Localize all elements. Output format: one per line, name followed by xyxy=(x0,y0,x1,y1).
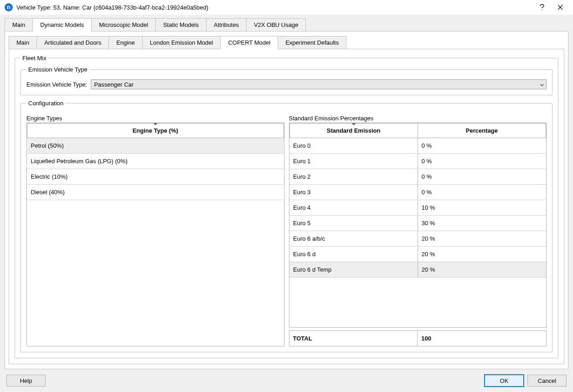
help-button[interactable]: Help xyxy=(6,375,46,387)
subtab-main[interactable]: Main xyxy=(9,36,37,49)
standard-emission-table[interactable]: Standard Emission Percentage Euro 00 %Eu… xyxy=(289,123,547,328)
tab-main[interactable]: Main xyxy=(5,18,33,31)
engine-types-table[interactable]: Engine Type (%) Petrol (50%)Liquefied Pe… xyxy=(26,123,284,346)
subtab-copert-model[interactable]: COPERT Model xyxy=(220,36,278,49)
configuration-legend: Configuration xyxy=(26,100,65,107)
button-bar: Help OK Cancel xyxy=(0,369,573,392)
tab-dynamic-models[interactable]: Dynamic Models xyxy=(32,18,92,31)
sort-caret-icon xyxy=(351,123,356,125)
emission-vehicle-type-group: Emission Vehicle Type Emission Vehicle T… xyxy=(21,66,552,95)
tab-static-models[interactable]: Static Models xyxy=(155,18,206,31)
chevron-down-icon xyxy=(540,81,544,88)
app-icon: n xyxy=(5,3,13,11)
emission-row[interactable]: Euro 530 % xyxy=(289,216,546,231)
fleet-mix-group: Fleet Mix Emission Vehicle Type Emission… xyxy=(15,55,558,358)
subtab-london-emission-model[interactable]: London Emission Model xyxy=(142,36,221,49)
close-icon[interactable] xyxy=(551,1,569,14)
tab-v2x-obu-usage[interactable]: V2X OBU Usage xyxy=(246,18,306,31)
window-title: Vehicle Type: 53, Name: Car {c604a198-73… xyxy=(16,4,533,11)
engine-type-row[interactable]: Electric (10%) xyxy=(27,169,284,185)
emission-row[interactable]: Euro 20 % xyxy=(289,169,546,185)
emission-row[interactable]: Euro 6 d20 % xyxy=(289,247,546,262)
cancel-button[interactable]: Cancel xyxy=(527,375,567,387)
emission-row[interactable]: Euro 410 % xyxy=(289,200,546,216)
evt-dropdown[interactable]: Passenger Car xyxy=(91,79,547,89)
std-emission-header[interactable]: Standard Emission xyxy=(289,124,418,138)
emission-row[interactable]: Euro 6 d Temp20 % xyxy=(289,262,546,278)
engine-types-label: Engine Types xyxy=(26,115,284,122)
ok-button[interactable]: OK xyxy=(485,375,524,387)
subtab-articulated-and-doors[interactable]: Articulated and Doors xyxy=(36,36,109,49)
configuration-group: Configuration Engine Types Engine Type (… xyxy=(21,100,552,352)
subtab-experiment-defaults[interactable]: Experiment Defaults xyxy=(278,36,346,49)
svg-point-0 xyxy=(542,10,542,10)
help-icon[interactable] xyxy=(533,1,551,14)
engine-type-row[interactable]: Diesel (40%) xyxy=(27,185,284,200)
tab-attributes[interactable]: Attributes xyxy=(206,18,247,31)
emission-row[interactable]: Euro 00 % xyxy=(289,138,546,154)
engine-type-header[interactable]: Engine Type (%) xyxy=(27,124,284,138)
evt-label: Emission Vehicle Type: xyxy=(26,81,87,88)
engine-type-row[interactable]: Petrol (50%) xyxy=(27,138,284,154)
total-row: TOTAL 100 xyxy=(289,330,547,346)
standard-emission-label: Standard Emission Percentages xyxy=(289,115,547,122)
subtab-engine[interactable]: Engine xyxy=(108,36,142,49)
tab-microscopic-model[interactable]: Microscopic Model xyxy=(91,18,156,31)
evt-legend: Emission Vehicle Type xyxy=(26,66,89,73)
main-tabs: MainDynamic ModelsMicroscopic ModelStati… xyxy=(5,18,568,31)
percentage-header[interactable]: Percentage xyxy=(418,124,546,138)
evt-dropdown-value: Passenger Car xyxy=(94,81,134,88)
total-value: 100 xyxy=(418,331,546,346)
emission-row[interactable]: Euro 30 % xyxy=(289,185,546,200)
sub-tabs: MainArticulated and DoorsEngineLondon Em… xyxy=(9,36,564,49)
emission-row[interactable]: Euro 6 a/b/c20 % xyxy=(289,231,546,247)
titlebar: n Vehicle Type: 53, Name: Car {c604a198-… xyxy=(0,0,573,15)
engine-type-row[interactable]: Liquefied Petroleum Gas (LPG) (0%) xyxy=(27,154,284,169)
fleet-mix-legend: Fleet Mix xyxy=(21,55,48,62)
sort-caret-icon xyxy=(153,123,158,125)
total-label: TOTAL xyxy=(289,331,418,346)
emission-row[interactable]: Euro 10 % xyxy=(289,154,546,169)
